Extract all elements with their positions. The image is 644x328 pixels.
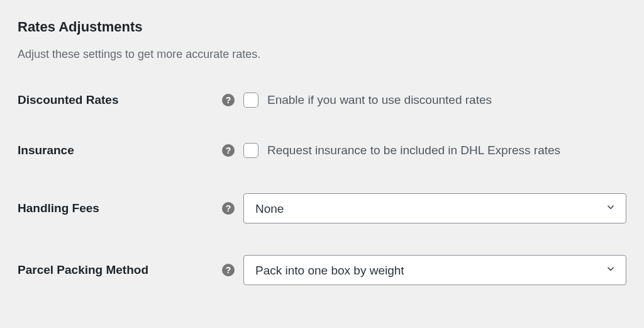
control-discounted-rates: ? Enable if you want to use discounted r… bbox=[222, 93, 626, 108]
insurance-checkbox-label[interactable]: Request insurance to be included in DHL … bbox=[267, 144, 560, 157]
help-icon[interactable]: ? bbox=[222, 202, 235, 215]
handling-fees-select[interactable]: None bbox=[243, 193, 626, 223]
insurance-checkbox[interactable] bbox=[243, 143, 258, 158]
discounted-rates-checkbox-label[interactable]: Enable if you want to use discounted rat… bbox=[267, 93, 492, 107]
handling-fees-select-wrap: None bbox=[243, 193, 626, 223]
section-title: Rates Adjustments bbox=[18, 19, 626, 35]
parcel-packing-select-wrap: Pack into one box by weight bbox=[243, 255, 626, 285]
help-icon[interactable]: ? bbox=[222, 144, 235, 157]
control-parcel-packing: ? Pack into one box by weight bbox=[222, 255, 626, 285]
label-parcel-packing: Parcel Packing Method bbox=[18, 263, 222, 277]
help-icon[interactable]: ? bbox=[222, 94, 235, 106]
section-description: Adjust these settings to get more accura… bbox=[18, 48, 626, 61]
row-discounted-rates: Discounted Rates ? Enable if you want to… bbox=[18, 93, 626, 108]
parcel-packing-select[interactable]: Pack into one box by weight bbox=[243, 255, 626, 285]
label-discounted-rates: Discounted Rates bbox=[18, 93, 222, 107]
control-handling-fees: ? None bbox=[222, 193, 626, 223]
control-insurance: ? Request insurance to be included in DH… bbox=[222, 143, 626, 158]
label-insurance: Insurance bbox=[18, 144, 222, 157]
row-handling-fees: Handling Fees ? None bbox=[18, 193, 626, 223]
row-parcel-packing: Parcel Packing Method ? Pack into one bo… bbox=[18, 255, 626, 285]
discounted-rates-checkbox[interactable] bbox=[243, 93, 258, 108]
help-icon[interactable]: ? bbox=[222, 264, 235, 276]
row-insurance: Insurance ? Request insurance to be incl… bbox=[18, 143, 626, 158]
label-handling-fees: Handling Fees bbox=[18, 201, 222, 215]
